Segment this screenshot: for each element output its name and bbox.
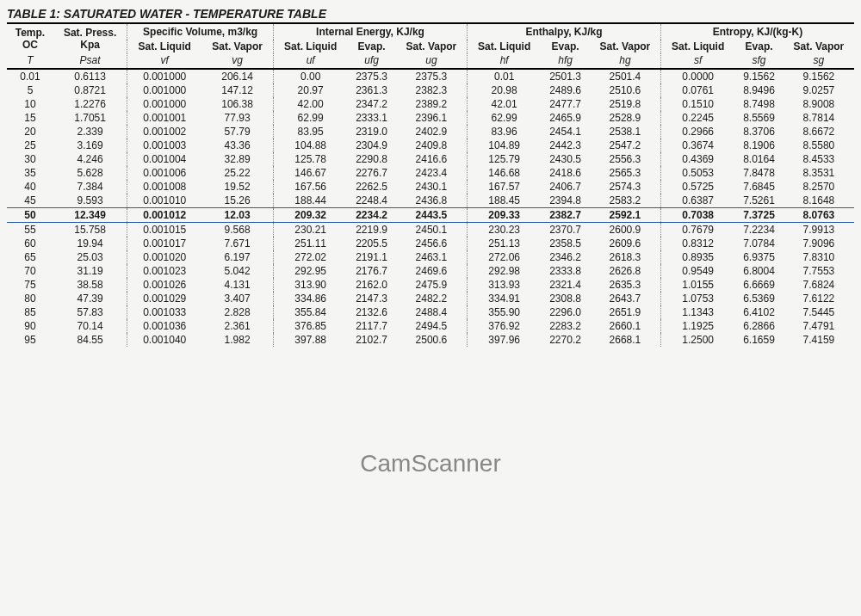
cell-sg: 8.5580 [784, 139, 854, 152]
cell-ug: 2430.1 [396, 180, 468, 194]
cell-ug: 2423.4 [396, 166, 468, 180]
cell-hf: 313.93 [468, 278, 542, 292]
sym-sg: sg [784, 53, 854, 69]
cell-vf: 0.001004 [127, 152, 201, 166]
cell-ufg: 2219.9 [347, 223, 396, 237]
cell-ufg: 2290.8 [347, 152, 396, 166]
cell-ug: 2456.6 [396, 237, 468, 250]
col-hf-head: Sat. Liquid [468, 40, 542, 53]
cell-ufg: 2304.9 [347, 139, 396, 152]
cell-sfg: 8.1906 [734, 139, 784, 152]
cell-Psat: 0.8721 [53, 83, 127, 97]
cell-sf: 1.1343 [661, 305, 735, 319]
cell-T: 50 [7, 208, 53, 223]
cell-sf: 0.8312 [661, 237, 735, 250]
cell-sf: 0.7038 [661, 208, 735, 223]
cell-sfg: 7.5261 [734, 194, 784, 208]
col-hg-head: Sat. Vapor [590, 40, 661, 53]
cell-sf: 0.9549 [661, 264, 735, 278]
cell-sfg: 6.4102 [734, 305, 784, 319]
table-row: 50.87210.001000147.1220.972361.32382.320… [7, 83, 854, 97]
cell-ug: 2389.2 [396, 97, 468, 111]
cell-sfg: 7.0784 [734, 237, 784, 250]
col-sf-head: Sat. Liquid [661, 40, 735, 53]
cell-hg: 2600.9 [590, 223, 661, 237]
cell-hfg: 2406.7 [541, 180, 590, 194]
cell-sfg: 6.2866 [734, 319, 784, 333]
cell-hfg: 2283.2 [541, 319, 590, 333]
cell-ug: 2463.1 [396, 250, 468, 264]
group-entropy: Entropy, KJ/(kg-K) [661, 24, 855, 40]
cell-vf: 0.001001 [127, 111, 201, 125]
group-header-row: Temp.OC Sat. Press.Kpa Specific Volume, … [7, 24, 854, 40]
cell-hg: 2626.8 [590, 264, 661, 278]
cell-T: 20 [7, 125, 53, 139]
cell-hf: 188.45 [468, 194, 542, 208]
cell-sfg: 6.9375 [734, 250, 784, 264]
cell-vg: 7.671 [201, 237, 273, 250]
cell-hg: 2592.1 [590, 208, 661, 223]
cell-vf: 0.001000 [127, 83, 201, 97]
cell-ufg: 2176.7 [347, 264, 396, 278]
cell-hg: 2643.7 [590, 292, 661, 305]
cell-ufg: 2333.1 [347, 111, 396, 125]
cell-hfg: 2270.2 [541, 333, 590, 347]
col-ufg-head: Evap. [347, 40, 396, 53]
cell-vf: 0.001023 [127, 264, 201, 278]
cell-vg: 206.14 [201, 69, 273, 83]
cell-hf: 83.96 [468, 125, 542, 139]
cell-ufg: 2248.4 [347, 194, 396, 208]
col-psat-h1: Sat. Press.Kpa [53, 24, 127, 53]
sym-ufg: ufg [347, 53, 396, 69]
cell-sf: 0.1510 [661, 97, 735, 111]
col-sg-head: Sat. Vapor [784, 40, 854, 53]
cell-sf: 0.8935 [661, 250, 735, 264]
cell-vg: 12.03 [201, 208, 273, 223]
cell-uf: 313.90 [274, 278, 348, 292]
cell-hfg: 2321.4 [541, 278, 590, 292]
cell-ufg: 2117.7 [347, 319, 396, 333]
cell-ug: 2488.4 [396, 305, 468, 319]
cell-Psat: 1.7051 [53, 111, 127, 125]
cell-sg: 8.4533 [784, 152, 854, 166]
cell-Psat: 31.19 [53, 264, 127, 278]
cell-sg: 7.4159 [784, 333, 854, 347]
cell-hf: 146.68 [468, 166, 542, 180]
cell-Psat: 38.58 [53, 278, 127, 292]
cell-hfg: 2501.3 [541, 69, 590, 83]
cell-hf: 209.33 [468, 208, 542, 223]
cell-uf: 355.84 [274, 305, 348, 319]
cell-ufg: 2147.3 [347, 292, 396, 305]
cell-vg: 57.79 [201, 125, 273, 139]
group-enthalpy: Enthalpy, KJ/kg [468, 24, 661, 40]
cell-vg: 15.26 [201, 194, 273, 208]
table-row: 7031.190.0010235.042292.952176.72469.629… [7, 264, 854, 278]
table-row: 5012.3490.00101212.03209.322234.22443.52… [7, 208, 854, 223]
cell-uf: 334.86 [274, 292, 348, 305]
cell-vg: 147.12 [201, 83, 273, 97]
cell-ug: 2416.6 [396, 152, 468, 166]
cell-vg: 3.407 [201, 292, 273, 305]
cell-vf: 0.001036 [127, 319, 201, 333]
cell-sfg: 6.1659 [734, 333, 784, 347]
cell-Psat: 4.246 [53, 152, 127, 166]
cell-ufg: 2234.2 [347, 208, 396, 223]
cell-vg: 4.131 [201, 278, 273, 292]
cell-Psat: 47.39 [53, 292, 127, 305]
cell-hf: 104.89 [468, 139, 542, 152]
cell-sfg: 7.2234 [734, 223, 784, 237]
cell-hg: 2501.4 [590, 69, 661, 83]
cell-sf: 0.3674 [661, 139, 735, 152]
cell-sfg: 6.5369 [734, 292, 784, 305]
table-row: 459.5930.00101015.26188.442248.42436.818… [7, 194, 854, 208]
cell-sf: 1.0753 [661, 292, 735, 305]
cell-sf: 0.5053 [661, 166, 735, 180]
cell-hg: 2510.6 [590, 83, 661, 97]
cell-sf: 0.7679 [661, 223, 735, 237]
cell-sg: 8.7814 [784, 111, 854, 125]
cell-vg: 2.828 [201, 305, 273, 319]
cell-vf: 0.001029 [127, 292, 201, 305]
cell-hg: 2635.3 [590, 278, 661, 292]
cell-sfg: 6.8004 [734, 264, 784, 278]
sym-uf: uf [274, 53, 348, 69]
